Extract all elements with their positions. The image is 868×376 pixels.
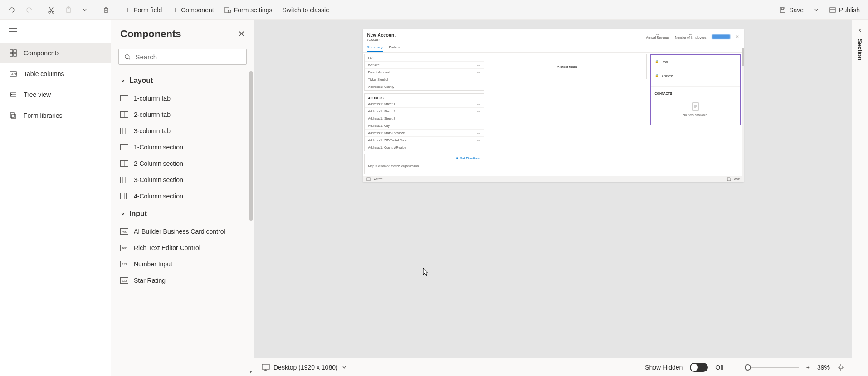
form-preview[interactable]: New Account Account --- Annual Revenue -… [363, 29, 744, 182]
scrollbar[interactable] [249, 71, 253, 221]
right-panel-label[interactable]: Section [857, 39, 863, 60]
nav-components-label: Components [24, 49, 59, 57]
form-field-button[interactable]: Form field [120, 4, 166, 16]
form-scrollbar[interactable] [742, 48, 744, 176]
layout-item-label: 3-column tab [134, 127, 171, 135]
address-title: ADDRESS [365, 94, 484, 101]
selected-section[interactable]: 🔒 Email --- 🔒 Business --- CONTACTS [650, 54, 741, 125]
layout-item[interactable]: 4-Column section [111, 188, 254, 204]
input-item-label: AI Builder Business Card control [134, 228, 225, 235]
form-settings-button[interactable]: Form settings [219, 4, 277, 16]
cut-button[interactable] [43, 4, 59, 16]
paste-button[interactable] [60, 4, 77, 16]
input-item[interactable]: 123Number Input [111, 256, 254, 272]
lock-row: 🔒 Email [651, 58, 740, 65]
nav-form-libraries[interactable]: Form libraries [0, 105, 111, 126]
nav-table-columns[interactable]: Abc Table columns [0, 63, 111, 84]
components-panel: Components ✕ Layout 1-column tab2-column… [111, 20, 254, 376]
field-label: Ticker Symbol [368, 78, 388, 81]
tab-summary[interactable]: Summary [367, 43, 383, 52]
get-directions[interactable]: Get Directions [460, 157, 480, 160]
zoom-plus[interactable]: + [806, 364, 810, 371]
scroll-down-caret[interactable]: ▼ [249, 369, 253, 374]
switch-classic-label: Switch to classic [282, 6, 329, 14]
form-settings-icon [224, 6, 231, 14]
undo-button[interactable] [4, 4, 20, 16]
search-input[interactable] [135, 53, 241, 61]
panel-close-button[interactable]: ✕ [238, 29, 245, 39]
footer-status: Active [374, 178, 383, 181]
svg-point-15 [125, 54, 129, 58]
timeline-card[interactable]: Almost there [488, 54, 647, 79]
field-row[interactable]: Address 1: Street 1--- [365, 101, 484, 108]
redo-button[interactable] [21, 4, 37, 16]
layout-group-header[interactable]: Layout [111, 71, 254, 90]
lock-row: 🔒 Business [651, 72, 740, 79]
layout-item[interactable]: 3-Column section [111, 172, 254, 188]
device-label: Desktop (1920 x 1080) [273, 364, 338, 371]
layout-item[interactable]: 2-column tab [111, 106, 254, 123]
input-item[interactable]: 123Star Rating [111, 272, 254, 289]
input-glyph-icon: Abc [120, 228, 128, 235]
zoom-slider[interactable] [745, 367, 799, 368]
input-item[interactable]: AbcAI Builder Business Card control [111, 223, 254, 240]
field-label: Address 1: City [368, 124, 390, 127]
show-hidden-toggle[interactable] [690, 363, 708, 372]
field-row[interactable]: Address 1: ZIP/Postal Code--- [365, 137, 484, 144]
component-button[interactable]: Component [167, 4, 218, 16]
svg-rect-8 [14, 50, 16, 53]
account-info-card[interactable]: Fax---Website---Parent Account---Ticker … [364, 54, 484, 91]
chevron-down-icon [120, 78, 126, 83]
field-row[interactable]: Address 1: State/Province--- [365, 130, 484, 137]
svg-rect-14 [12, 114, 15, 119]
tab-details[interactable]: Details [389, 43, 400, 52]
search-box[interactable] [118, 49, 247, 65]
input-group-header[interactable]: Input [111, 204, 254, 223]
field-row[interactable]: Ticker Symbol--- [365, 76, 484, 83]
close-icon[interactable]: ✕ [736, 34, 739, 39]
layout-item[interactable]: 1-Column section [111, 139, 254, 155]
paste-dropdown[interactable] [78, 5, 92, 15]
field-row[interactable]: Address 1: Street 2--- [365, 108, 484, 115]
layout-item[interactable]: 1-column tab [111, 90, 254, 106]
zoom-value: 39% [817, 364, 830, 371]
input-item[interactable]: AbcRich Text Editor Control [111, 240, 254, 256]
delete-button[interactable] [98, 4, 114, 16]
field-row[interactable]: Address 1: County--- [365, 83, 484, 90]
field-row[interactable]: Address 1: Country/Region--- [365, 144, 484, 151]
save-dropdown[interactable] [809, 5, 824, 15]
nav-components[interactable]: Components [0, 43, 111, 63]
layout-glyph-icon [120, 193, 128, 199]
footer-save[interactable]: Save [733, 178, 740, 181]
field-row[interactable]: Parent Account--- [365, 69, 484, 76]
expand-panel-button[interactable] [857, 27, 863, 34]
address-card[interactable]: ADDRESS Address 1: Street 1---Address 1:… [364, 93, 484, 151]
save-button[interactable]: Save [775, 4, 808, 16]
field-value: --- [477, 63, 480, 67]
document-icon [692, 102, 699, 111]
field-row[interactable]: Website--- [365, 62, 484, 69]
field-value: --- [477, 71, 480, 74]
save-label: Save [789, 6, 804, 14]
field-row[interactable]: Address 1: Street 3--- [365, 115, 484, 122]
switch-classic-button[interactable]: Switch to classic [278, 4, 333, 16]
fit-icon[interactable] [837, 364, 844, 371]
layout-item[interactable]: 3-column tab [111, 123, 254, 139]
field-row[interactable]: Fax--- [365, 54, 484, 62]
publish-label: Publish [839, 6, 860, 14]
layout-item-label: 2-Column section [134, 160, 183, 167]
panel-title: Components [120, 28, 181, 40]
hamburger-button[interactable] [0, 20, 111, 43]
publish-button[interactable]: Publish [824, 4, 864, 16]
field-row[interactable]: Address 1: City--- [365, 122, 484, 130]
map-card[interactable]: ◈ Get Directions Map is disabled for thi… [364, 154, 484, 174]
svg-rect-9 [10, 53, 13, 56]
nav-tree-view[interactable]: Tree view [0, 84, 111, 105]
input-glyph-icon: 123 [120, 261, 128, 267]
layout-glyph-icon [120, 111, 128, 118]
layout-header-label: Layout [129, 77, 153, 85]
layout-item[interactable]: 2-Column section [111, 155, 254, 172]
publish-icon [829, 6, 836, 14]
device-selector[interactable]: Desktop (1920 x 1080) [262, 364, 347, 371]
zoom-minus[interactable]: — [731, 364, 737, 371]
